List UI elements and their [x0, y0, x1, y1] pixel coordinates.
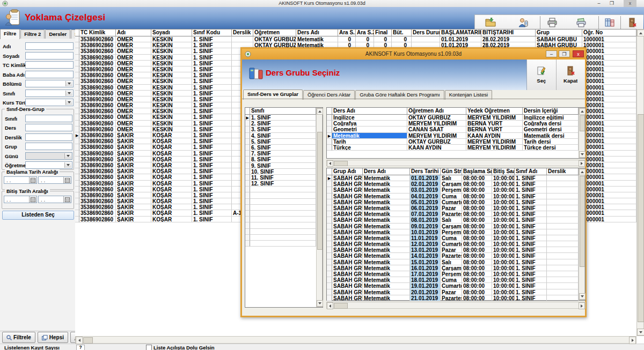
table-cell[interactable]: 1. SINIF: [192, 61, 232, 66]
table-cell[interactable]: 1. SINIF: [192, 72, 232, 78]
table-cell[interactable]: 1000001: [582, 91, 636, 96]
table-row[interactable]: İngilizceOKTAY GÜRBÜZMERYEM YILDIRIMİngi…: [327, 115, 585, 121]
table-cell[interactable]: 35386902860: [79, 78, 116, 84]
table-cell[interactable]: 08:00:00: [462, 217, 492, 223]
chevron-down-icon[interactable]: [65, 91, 72, 96]
column-header[interactable]: Grup Adı: [332, 168, 363, 175]
table-cell[interactable]: Tarih: [332, 139, 407, 145]
table-cell[interactable]: 10:00:00: [492, 211, 515, 217]
table-cell[interactable]: 35386902860: [79, 151, 116, 157]
table-cell[interactable]: Metematik: [363, 205, 410, 211]
table-cell[interactable]: 1. SINIF: [192, 102, 232, 108]
table-cell[interactable]: 35386902860: [79, 48, 116, 54]
table-cell[interactable]: 1000001: [582, 144, 636, 150]
table-cell[interactable]: 0: [338, 36, 356, 42]
scroll-left-button[interactable]: [327, 302, 333, 309]
table-cell[interactable]: 10:00:00: [492, 259, 515, 265]
table-cell[interactable]: 10:00:00: [492, 217, 515, 223]
table-cell[interactable]: 1000001: [582, 85, 636, 91]
table-cell[interactable]: Metematik: [332, 133, 407, 139]
table-cell[interactable]: 35386902860: [79, 192, 116, 198]
table-cell[interactable]: Pazartesi: [441, 253, 462, 259]
bölümü-dropdown[interactable]: [25, 80, 74, 87]
table-cell[interactable]: 17.01.2019: [410, 271, 441, 277]
class-list-vscrollbar[interactable]: [316, 108, 323, 307]
table-cell[interactable]: 35386902860: [79, 198, 116, 204]
table-cell[interactable]: 10:00:00: [492, 289, 515, 295]
main-table-vscrollbar[interactable]: [636, 29, 644, 336]
table-cell[interactable]: 08:00:00: [462, 265, 492, 271]
table-cell[interactable]: 1. SINIF: [250, 115, 316, 121]
table-cell[interactable]: ÖMER: [116, 42, 151, 48]
table-cell[interactable]: 10:00:00: [492, 247, 515, 253]
table-cell[interactable]: 1000001: [582, 198, 636, 204]
scroll-up-button[interactable]: [579, 108, 586, 115]
table-cell[interactable]: KOŞAR: [151, 217, 192, 222]
table-cell[interactable]: ÖMER: [116, 36, 151, 42]
table-cell[interactable]: Metematik: [363, 289, 410, 295]
table-cell[interactable]: 1. SINIF: [515, 211, 547, 217]
table-cell[interactable]: 1. SINIF: [192, 55, 232, 61]
table-cell[interactable]: 35386902860: [79, 138, 116, 144]
table-cell[interactable]: 14.01.2019: [410, 253, 441, 259]
table-cell[interactable]: 1. SINIF: [192, 192, 232, 198]
table-cell[interactable]: KOŞAR: [151, 181, 192, 187]
table-cell[interactable]: KOŞAR: [151, 144, 192, 150]
table-cell[interactable]: [547, 289, 579, 295]
table-cell[interactable]: ÖMER: [116, 102, 151, 108]
scroll-thumb[interactable]: [334, 303, 348, 309]
scroll-down-button[interactable]: [579, 151, 586, 158]
hepsi-button[interactable]: Hepsi: [38, 332, 68, 343]
table-cell[interactable]: Metematik: [363, 217, 410, 223]
close-button[interactable]: x: [573, 50, 584, 57]
table-cell[interactable]: ŞAKİR: [116, 132, 151, 138]
table-cell[interactable]: Coğrafya: [332, 121, 407, 126]
table-cell[interactable]: [547, 241, 579, 247]
table-cell[interactable]: 07.01.2019: [410, 211, 441, 217]
table-cell[interactable]: 1. SINIF: [515, 289, 547, 295]
table-cell[interactable]: 1. SINIF: [192, 144, 232, 150]
table-cell[interactable]: 20.01.2019: [410, 289, 441, 295]
tc-kimlik-field[interactable]: [25, 61, 74, 69]
table-cell[interactable]: 10:00:00: [492, 175, 515, 181]
table-cell[interactable]: Metematik: [363, 283, 410, 289]
table-cell[interactable]: 16.01.2019: [410, 265, 441, 271]
table-cell[interactable]: 08:00:00: [462, 295, 492, 301]
column-header[interactable]: Soyadı: [151, 29, 192, 36]
table-cell[interactable]: 1. SINIF: [192, 157, 232, 162]
table-cell[interactable]: Geometri: [332, 126, 407, 132]
table-cell[interactable]: Cumartesi: [441, 241, 462, 247]
table-row[interactable]: 8. SINIF: [245, 157, 323, 162]
table-cell[interactable]: 10:00:00: [492, 181, 515, 187]
column-header[interactable]: Ders Adı: [363, 168, 410, 175]
table-cell[interactable]: Salı: [441, 259, 462, 265]
table-row[interactable]: 10. SINIF: [245, 169, 323, 175]
table-cell[interactable]: Geometri dersi: [523, 126, 579, 132]
table-cell[interactable]: SABAH GRUBU: [332, 265, 363, 271]
list-full-on-open-checkbox[interactable]: [146, 345, 152, 350]
start-date-from-field[interactable]: . .: [4, 176, 37, 184]
minimize-button[interactable]: –: [592, 0, 605, 7]
table-cell[interactable]: 0: [392, 36, 412, 42]
sınıfı-dropdown[interactable]: [25, 90, 74, 97]
table-cell[interactable]: Metematik: [363, 271, 410, 277]
table-cell[interactable]: SABAH GRUBU: [332, 289, 363, 295]
table-cell[interactable]: Metematik: [363, 193, 410, 199]
table-cell[interactable]: 1. SINIF: [515, 235, 547, 241]
table-cell[interactable]: KOŞAR: [151, 162, 192, 168]
table-cell[interactable]: 10:00:00: [492, 295, 515, 301]
table-cell[interactable]: 8. SINIF: [250, 157, 316, 162]
table-cell[interactable]: ŞAKİR: [116, 187, 151, 192]
table-cell[interactable]: [547, 259, 579, 265]
table-cell[interactable]: KOŞAR: [151, 138, 192, 144]
table-cell[interactable]: 2. SINIF: [250, 121, 316, 126]
table-cell[interactable]: ŞAKİR: [116, 192, 151, 198]
table-cell[interactable]: KOŞAR: [151, 187, 192, 192]
table-row[interactable]: ▶1. SINIF: [245, 115, 323, 121]
scroll-thumb[interactable]: [580, 176, 585, 267]
table-cell[interactable]: 1000001: [582, 162, 636, 168]
table-cell[interactable]: 08:00:00: [462, 229, 492, 235]
table-cell[interactable]: 19.01.2019: [410, 283, 441, 289]
listeden-sec-button[interactable]: Listeden Seç: [2, 211, 74, 220]
column-header[interactable]: Öğr. No: [582, 29, 636, 36]
